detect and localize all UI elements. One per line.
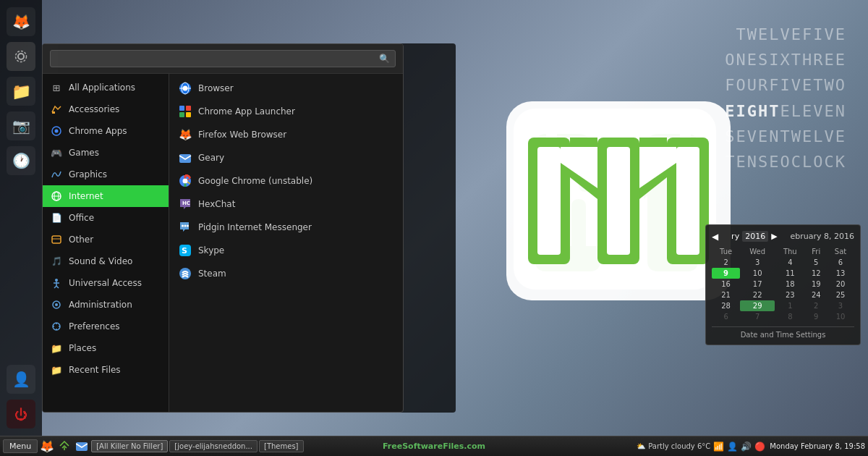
cal-header-sat: Sat <box>827 246 854 257</box>
dock-icon-user[interactable]: 👤 <box>7 365 35 394</box>
cal-header-thu: Thu <box>775 246 805 257</box>
menu-search-input[interactable] <box>50 50 396 67</box>
app-steam[interactable]: Steam <box>169 262 403 285</box>
cal-day[interactable]: 20 <box>827 279 854 290</box>
cal-day[interactable]: 4 <box>775 257 805 268</box>
cal-day[interactable]: 28 <box>712 300 740 311</box>
taskbar-clock[interactable]: Monday February 8, 19:58 <box>770 442 865 450</box>
category-internet[interactable]: Internet <box>43 185 169 207</box>
calendar-next-month-nav[interactable]: ▶ <box>771 232 777 241</box>
clock-text-display: TWELVEFIVE ONESIXTHREE FOURFIVETWO EIGHT… <box>725 22 846 174</box>
cal-day[interactable]: 16 <box>712 279 740 290</box>
dock-icon-files[interactable]: 📁 <box>7 77 35 106</box>
cal-day[interactable]: 10 <box>740 268 775 279</box>
app-label-chrome-launcher: Chrome App Launcher <box>198 106 295 117</box>
cal-day[interactable]: 8 <box>775 311 805 322</box>
category-preferences[interactable]: Preferences <box>43 316 169 337</box>
category-all-applications[interactable]: ⊞ All Applications <box>43 77 169 98</box>
category-graphics[interactable]: Graphics <box>43 164 169 185</box>
cal-day[interactable]: 9 <box>805 311 827 322</box>
cal-day[interactable]: 11 <box>775 268 805 279</box>
taskbar-menu-button[interactable]: Menu <box>3 439 38 453</box>
category-places[interactable]: 📁 Places <box>43 337 169 359</box>
app-hexchat[interactable]: HC HexChat <box>169 193 403 216</box>
cat-label-recent: Recent Files <box>69 365 121 375</box>
cal-day[interactable]: 19 <box>805 279 827 290</box>
cal-day[interactable]: 12 <box>805 268 827 279</box>
calendar-prev-month[interactable]: ◀ <box>712 232 718 242</box>
date-time-settings[interactable]: Date and Time Settings <box>712 326 854 339</box>
app-firefox[interactable]: 🦊 Firefox Web Browser <box>169 123 403 146</box>
app-chrome-launcher[interactable]: Chrome App Launcher <box>169 100 403 123</box>
svg-rect-38 <box>179 154 191 163</box>
svg-point-16 <box>55 130 59 133</box>
svg-point-42 <box>182 225 184 227</box>
category-universal-access[interactable]: Universal Access <box>43 272 169 294</box>
calendar-year[interactable]: 2016 <box>742 231 768 242</box>
category-accessories[interactable]: Accessories <box>43 98 169 120</box>
cal-day[interactable]: 3 <box>827 300 854 311</box>
cal-day[interactable]: 17 <box>740 279 775 290</box>
cal-day[interactable]: 3 <box>740 257 775 268</box>
app-browser[interactable]: Browser <box>169 77 403 100</box>
category-administration[interactable]: Administration <box>43 294 169 316</box>
app-label-skype: Skype <box>198 245 224 256</box>
category-other[interactable]: Other <box>43 229 169 250</box>
app-icon-firefox: 🦊 <box>178 127 192 142</box>
cal-day[interactable]: 13 <box>827 268 854 279</box>
cal-day[interactable]: 24 <box>805 290 827 300</box>
user-icon-systray: 👤 <box>727 442 738 452</box>
cal-day-today[interactable]: 9 <box>712 268 740 279</box>
dock-icon-clock[interactable]: 🕐 <box>7 146 35 175</box>
menu-content: ⊞ All Applications Accessories Chrome Ap… <box>43 74 403 412</box>
cal-day[interactable]: 2 <box>712 257 740 268</box>
svg-text:HC: HC <box>182 200 190 206</box>
cat-icon-graphics <box>50 168 63 181</box>
weather-text: Partly cloudy 6°C <box>648 442 710 450</box>
cal-day[interactable]: 6 <box>712 311 740 322</box>
cal-day[interactable]: 25 <box>827 290 854 300</box>
dock-icon-camera[interactable]: 📷 <box>7 111 35 140</box>
cal-day[interactable]: 7 <box>740 311 775 322</box>
category-recent-files[interactable]: 📁 Recent Files <box>43 359 169 381</box>
cal-day[interactable]: 6 <box>827 257 854 268</box>
app-google-chrome[interactable]: Google Chrome (unstable) <box>169 169 403 193</box>
app-label-geary: Geary <box>198 153 224 163</box>
taskbar-icon-nm[interactable] <box>56 439 72 455</box>
taskbar-icon-mail[interactable] <box>74 439 90 455</box>
app-icon-browser <box>178 81 192 96</box>
calendar-month-year: ry 2016 ▶ <box>731 231 778 242</box>
cal-day[interactable]: 23 <box>775 290 805 300</box>
taskbar-window-joey[interactable]: [joey-elijahsneddon... <box>169 440 258 452</box>
cal-day[interactable]: 21 <box>712 290 740 300</box>
app-label-firefox: Firefox Web Browser <box>198 130 286 140</box>
taskbar-window-killer[interactable]: [All Killer No Filler] <box>91 440 168 452</box>
cal-day[interactable]: 5 <box>805 257 827 268</box>
cal-day[interactable]: 18 <box>775 279 805 290</box>
cal-day[interactable]: 1 <box>775 300 805 311</box>
category-office[interactable]: 📄 Office <box>43 207 169 229</box>
svg-point-28 <box>55 303 58 306</box>
dock-icon-power[interactable]: ⏻ <box>7 400 35 428</box>
taskbar-icon-firefox[interactable]: 🦊 <box>39 439 55 455</box>
cal-day-selected[interactable]: 29 <box>740 300 775 311</box>
svg-rect-37 <box>186 112 191 117</box>
cal-header-wed: Wed <box>740 246 775 257</box>
app-pidgin[interactable]: Pidgin Internet Messenger <box>169 216 403 239</box>
svg-rect-7 <box>537 147 561 255</box>
dock-icon-settings[interactable] <box>7 42 35 71</box>
app-skype[interactable]: S Skype <box>169 239 403 262</box>
dock-icon-firefox[interactable]: 🦊 <box>7 7 35 36</box>
app-geary[interactable]: Geary <box>169 146 403 169</box>
category-sound-video[interactable]: 🎵 Sound & Video <box>43 250 169 272</box>
battery-icon: 🔴 <box>754 442 765 452</box>
cal-day[interactable]: 10 <box>827 311 854 322</box>
cat-label-games: Games <box>69 148 99 158</box>
svg-rect-9 <box>607 147 630 255</box>
category-games[interactable]: 🎮 Games <box>43 142 169 164</box>
category-chrome-apps[interactable]: Chrome Apps <box>43 120 169 142</box>
cal-day[interactable]: 22 <box>740 290 775 300</box>
svg-point-44 <box>187 225 189 227</box>
cal-day[interactable]: 2 <box>805 300 827 311</box>
taskbar-window-themes[interactable]: [Themes] <box>259 440 304 452</box>
